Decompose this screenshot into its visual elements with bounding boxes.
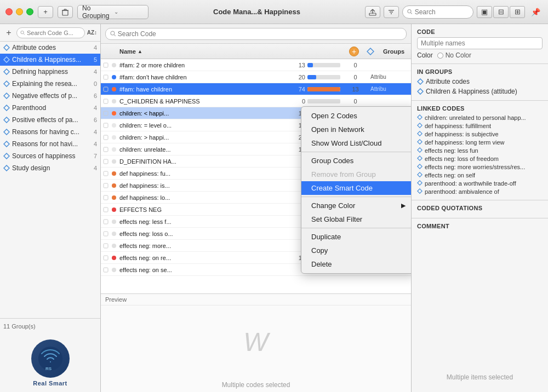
search-code-bar[interactable]	[105, 28, 407, 40]
ctx-item-delete[interactable]: Delete	[301, 257, 411, 271]
linked-code-label: def happiness: fulfillment	[425, 123, 491, 129]
ctx-item-change-color[interactable]: Change Color ▶	[301, 199, 411, 212]
row-check	[103, 159, 112, 164]
sidebar-add-button[interactable]: +	[3, 27, 14, 38]
svg-marker-58	[418, 181, 422, 185]
svg-line-11	[411, 13, 412, 14]
linked-code-item: parenthood: a worthwhile trade-off	[417, 180, 543, 187]
svg-marker-24	[4, 165, 9, 171]
comment-section: Comment	[412, 218, 548, 236]
add-tab-button[interactable]: +	[38, 6, 53, 18]
sidebar-item-3[interactable]: Explaining the resea... 0	[0, 78, 100, 90]
ctx-item-label: Create Smart Code	[311, 184, 373, 192]
in-groups-list: Attribute codes Children & Happiness (at…	[417, 77, 543, 96]
table-row[interactable]: #fam: 2 or more children 13 0	[101, 59, 411, 71]
preview-content: W	[101, 305, 411, 378]
ctx-item-set-global-filter[interactable]: Set Global Filter	[301, 212, 411, 226]
in-group-item: Children & Happiness (attitude)	[417, 87, 543, 96]
search-bar[interactable]	[402, 5, 473, 19]
svg-rect-32	[104, 87, 108, 91]
pin-button[interactable]: 📌	[528, 6, 543, 18]
sidebar-footer: 11 Group(s)	[0, 318, 100, 334]
sidebar-item-label: Explaining the resea...	[12, 80, 92, 88]
row-dot	[112, 87, 119, 91]
diamond-icon	[3, 56, 10, 63]
view-buttons: ▣ ⊟ ⊞	[477, 6, 525, 18]
row-dot	[112, 123, 119, 128]
svg-marker-51	[418, 123, 422, 128]
svg-rect-47	[104, 268, 108, 272]
sidebar-item-7[interactable]: Reasons for having c... 4	[0, 126, 100, 138]
svg-rect-35	[104, 123, 108, 128]
ctx-item-group-codes[interactable]: Group Codes	[301, 154, 411, 168]
color-dot-icon	[112, 171, 116, 176]
svg-marker-50	[418, 115, 422, 119]
no-color-radio[interactable]: No Color	[437, 51, 471, 59]
ctx-item-duplicate[interactable]: Duplicate	[301, 230, 411, 244]
maximize-button[interactable]	[26, 8, 33, 15]
table-row[interactable]: #fam: don't have children 20 0 Attribu	[101, 71, 411, 83]
sidebar-item-label: Defining happiness	[12, 68, 92, 76]
svg-point-10	[408, 10, 411, 13]
row-bar	[307, 63, 340, 67]
single-view-button[interactable]: ▣	[477, 6, 492, 18]
linked-diamond-icon	[417, 164, 423, 170]
col-add-icon[interactable]: +	[349, 47, 359, 56]
search-input[interactable]	[415, 8, 469, 16]
linked-code-item: def happiness: fulfillment	[417, 122, 543, 130]
ctx-item-show-word-list/cloud[interactable]: Show Word List/Cloud	[301, 136, 411, 150]
sidebar-item-2[interactable]: Defining happiness 4	[0, 66, 100, 78]
ctx-item-copy[interactable]: Copy	[301, 244, 411, 257]
filter-button[interactable]	[384, 6, 399, 18]
row-dot	[112, 99, 119, 103]
radio-circle-icon	[437, 53, 443, 59]
sidebar-search-input[interactable]	[27, 30, 81, 36]
ctx-item-open-in-network[interactable]: Open in Network	[301, 123, 411, 136]
row-dot	[112, 75, 119, 79]
code-name-input[interactable]	[417, 37, 543, 49]
sidebar-item-8[interactable]: Reasons for not havi... 4	[0, 138, 100, 150]
sidebar-item-6[interactable]: Positive effects of pa... 6	[0, 114, 100, 126]
triple-view-button[interactable]: ⊞	[510, 6, 525, 18]
table-row[interactable]: #fam: have children 74 13 Attribu	[101, 83, 411, 95]
color-dot-icon	[112, 268, 116, 272]
ctx-item-create-smart-code[interactable]: Create Smart Code	[301, 181, 411, 195]
table-row[interactable]: C_CHILDREN & HAPPINESS 0 0	[101, 95, 411, 107]
sidebar-item-9[interactable]: Sources of happiness 7	[0, 150, 100, 162]
sidebar-item-4[interactable]: Negative effects of p... 6	[0, 90, 100, 102]
diamond-icon	[3, 68, 10, 75]
sidebar-item-0[interactable]: Attribute codes 4	[0, 42, 100, 54]
sidebar-item-count: 4	[94, 44, 97, 51]
color-dot-icon	[112, 147, 116, 152]
ctx-item-label: Set Global Filter	[311, 215, 362, 223]
sidebar-item-1[interactable]: Children & Happiness... 5	[0, 54, 100, 66]
svg-marker-54	[418, 148, 422, 152]
color-dot-icon	[112, 183, 116, 188]
sidebar-item-5[interactable]: Parenthood 4	[0, 102, 100, 114]
trash-button[interactable]	[58, 6, 73, 18]
left-sidebar: + AZ↕ Attribute codes 4 Children & Happi…	[0, 24, 101, 392]
row-name: effects neg: loss o...	[119, 230, 291, 237]
svg-marker-18	[4, 93, 9, 99]
sort-button[interactable]: AZ↕	[87, 30, 97, 36]
ctx-item-open-2-codes[interactable]: Open 2 Codes	[301, 109, 411, 123]
group-diamond-icon	[417, 78, 424, 85]
row-dot	[112, 207, 119, 212]
linked-diamond-icon	[417, 180, 423, 187]
close-button[interactable]	[5, 8, 13, 15]
row-dot	[112, 63, 119, 67]
grouping-selector[interactable]: No Grouping ⌄	[77, 5, 149, 19]
color-dot-icon	[112, 220, 116, 224]
search-code-input[interactable]	[118, 30, 402, 38]
sort-az-icon: AZ↕	[87, 30, 97, 36]
sidebar-search[interactable]	[16, 27, 85, 38]
sidebar-item-label: Children & Happiness...	[12, 56, 92, 64]
minimize-button[interactable]	[16, 8, 23, 15]
svg-marker-17	[4, 81, 9, 87]
svg-marker-14	[4, 45, 9, 50]
split-view-button[interactable]: ⊟	[493, 6, 509, 18]
sort-asc-icon: ▲	[138, 49, 142, 54]
share-button[interactable]	[365, 6, 380, 18]
sidebar-item-10[interactable]: Study design 4	[0, 162, 100, 174]
color-dot-icon	[112, 63, 116, 67]
